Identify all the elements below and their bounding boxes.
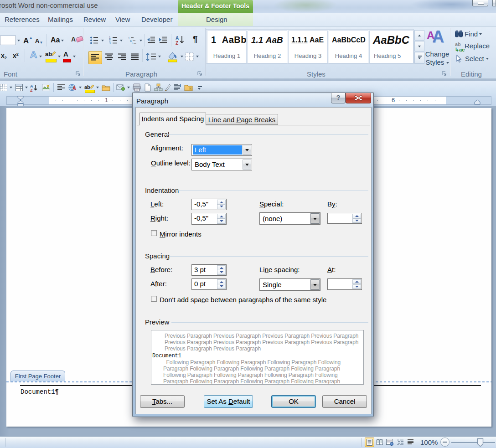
svg-text:Z: Z bbox=[176, 41, 178, 45]
svg-text:3: 3 bbox=[109, 41, 111, 44]
svg-text:A: A bbox=[72, 85, 76, 91]
svg-text:i: i bbox=[132, 42, 132, 44]
svg-text:A: A bbox=[176, 36, 179, 41]
svg-text:Z: Z bbox=[30, 88, 33, 92]
